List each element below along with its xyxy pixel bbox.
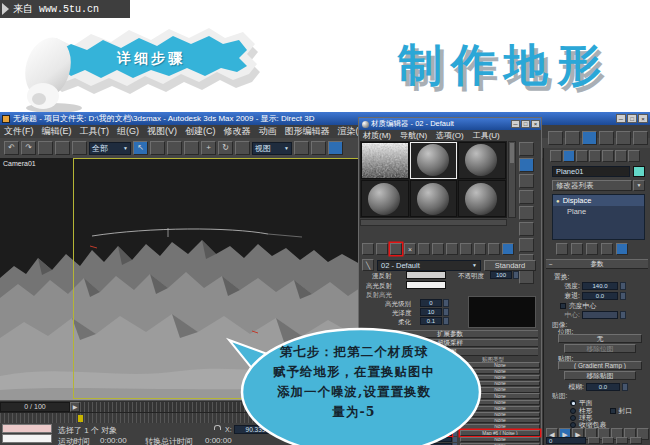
map-amount-field[interactable]: 100 (431, 406, 452, 411)
remove-map-button[interactable]: 移除贴图 (564, 371, 636, 380)
menu-views[interactable]: 视图(V) (147, 125, 177, 138)
pin-stack-icon[interactable] (556, 243, 568, 255)
create-tab-icon[interactable] (550, 150, 562, 162)
align-icon[interactable] (582, 131, 597, 145)
spinner[interactable] (453, 381, 457, 386)
background-icon[interactable] (519, 174, 534, 188)
menu-edit[interactable]: 编辑(E) (42, 125, 72, 138)
me-menu-material[interactable]: 材质(M) (363, 130, 391, 141)
soften-spinner[interactable] (443, 317, 449, 325)
spinner[interactable] (453, 430, 457, 435)
decay-spinner[interactable] (620, 292, 626, 300)
map-button[interactable]: None (460, 369, 540, 374)
map-button[interactable]: None (460, 393, 540, 398)
zoom-region-icon[interactable] (630, 437, 642, 444)
menu-tools[interactable]: 工具(T) (80, 125, 110, 138)
bitmap-none-button[interactable]: 无 (558, 334, 642, 343)
rollout-maps[interactable]: − 贴图 (362, 348, 538, 356)
make-preview-icon[interactable] (519, 222, 534, 236)
me-menu-utilities[interactable]: 工具(U) (473, 130, 500, 141)
map-button[interactable]: None (460, 412, 540, 417)
select-by-name-icon[interactable] (150, 141, 165, 155)
spinner[interactable] (453, 406, 457, 411)
blur-spinner[interactable] (622, 383, 628, 391)
window-crossing-icon[interactable] (184, 141, 199, 155)
rect-selection-icon[interactable] (167, 141, 182, 155)
decay-field[interactable]: 0.0 (582, 292, 618, 300)
map-button[interactable]: None (460, 381, 540, 386)
maxscript-mini-listener-pink[interactable] (2, 424, 52, 433)
object-color-swatch[interactable] (633, 166, 645, 177)
undo-icon[interactable]: ↶ (4, 141, 19, 155)
bind-spacewarp-icon[interactable] (72, 141, 87, 155)
max-tab-icon[interactable] (628, 150, 640, 162)
map-amount-field[interactable]: 30 (431, 412, 452, 417)
reset-map-icon[interactable]: × (404, 243, 416, 255)
map-button[interactable]: None (460, 424, 540, 429)
slots-vertical-scrollbar[interactable] (508, 141, 516, 218)
material-slot-2-selected[interactable] (410, 142, 458, 179)
opacity-field[interactable]: 100 (490, 271, 512, 279)
map-button[interactable]: None (460, 400, 540, 405)
map-amount-field[interactable]: 100 (431, 400, 452, 405)
unlink-icon[interactable] (55, 141, 70, 155)
me-menu-navigation[interactable]: 导航(N) (400, 130, 427, 141)
chevron-down-icon[interactable]: ▼ (633, 180, 645, 191)
minimize-icon[interactable]: ─ (616, 114, 626, 123)
menu-create[interactable]: 创建(C) (185, 125, 216, 138)
map-button[interactable]: None (460, 406, 540, 411)
diffuse-color-swatch[interactable] (406, 271, 446, 279)
map-amount-field[interactable]: 100 (431, 387, 452, 392)
hierarchy-tab-icon[interactable] (576, 150, 588, 162)
make-unique-icon[interactable] (418, 243, 430, 255)
spinner[interactable] (453, 393, 457, 398)
show-end-result-icon[interactable] (474, 243, 486, 255)
track-bar[interactable] (0, 412, 358, 423)
spinner[interactable] (453, 387, 457, 392)
minimize-icon[interactable]: ─ (511, 120, 520, 128)
spinner[interactable] (453, 400, 457, 405)
put-to-scene-icon[interactable] (376, 243, 388, 255)
map-checkbox[interactable] (361, 375, 368, 380)
glossiness-field[interactable]: 10 (420, 308, 442, 316)
modifier-list-select[interactable]: 修改器列表 (552, 180, 632, 191)
rollout-extended-params[interactable]: + 扩展参数 (362, 330, 538, 338)
material-slot-6[interactable] (458, 180, 506, 217)
zoom-all-icon[interactable] (602, 437, 614, 444)
map-amount-field[interactable] (431, 437, 452, 442)
luminance-center-checkbox[interactable] (560, 303, 566, 309)
material-options-icon[interactable] (519, 238, 534, 252)
map-amount-field[interactable]: 100 (431, 393, 452, 398)
map-amount-field[interactable]: 100 (431, 418, 452, 423)
layer-manager-icon[interactable] (599, 131, 614, 145)
motion-tab-icon[interactable] (589, 150, 601, 162)
sample-uv-tiling-icon[interactable] (519, 190, 534, 204)
spinner[interactable] (453, 375, 457, 380)
menu-animation[interactable]: 动画 (259, 125, 277, 138)
maxscript-mini-listener-white[interactable] (2, 434, 52, 443)
blur-field[interactable]: 0.0 (586, 383, 620, 391)
selection-filter-select[interactable]: 全部 ▼ (89, 142, 131, 155)
modify-tab-icon[interactable] (563, 150, 575, 162)
pick-material-eyedropper-icon[interactable]: ╲ (362, 259, 374, 271)
map-checkbox[interactable] (361, 387, 368, 392)
center-field[interactable] (582, 311, 618, 319)
map-checkbox[interactable] (361, 437, 368, 442)
glossiness-spinner[interactable] (443, 308, 449, 316)
map-button[interactable]: None (460, 362, 540, 367)
select-rotate-icon[interactable]: ↻ (218, 141, 233, 155)
camera-viewport-label[interactable]: Camera01 (3, 160, 36, 167)
map-button[interactable]: None (460, 387, 540, 392)
material-name-select[interactable]: 02 - Default ▼ (377, 260, 481, 271)
cap-checkbox[interactable] (610, 408, 616, 414)
mirror-tool-icon[interactable] (565, 131, 580, 145)
menu-file[interactable]: 文件(F) (4, 125, 34, 138)
spinner[interactable] (453, 418, 457, 423)
curve-editor-icon[interactable] (616, 131, 631, 145)
go-to-parent-icon[interactable] (488, 243, 500, 255)
material-id-channel-icon[interactable] (446, 243, 458, 255)
redo-icon[interactable]: ↷ (21, 141, 36, 155)
coord-system-select[interactable]: 视图 ▼ (252, 142, 292, 155)
map-amount-field[interactable]: 100 (431, 424, 452, 429)
time-marker[interactable] (78, 415, 83, 422)
